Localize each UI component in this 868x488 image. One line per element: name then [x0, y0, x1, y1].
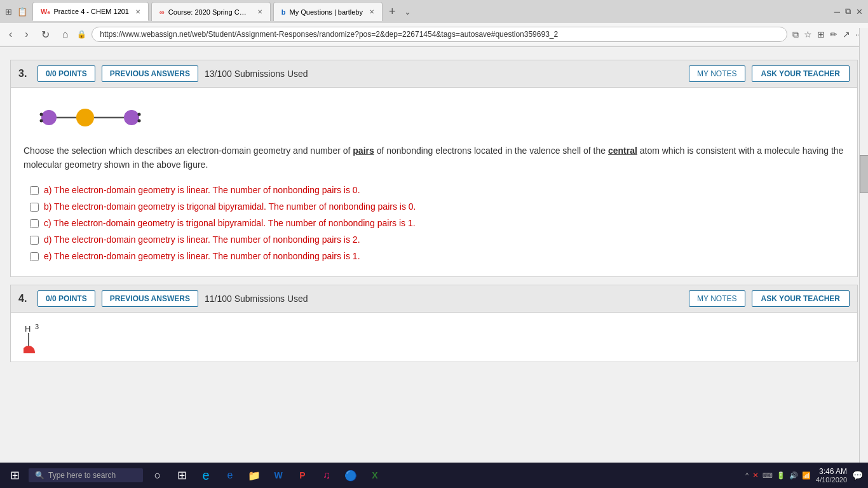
tab2-close[interactable]: ✕: [257, 8, 262, 15]
question-4-block: 4. 0/0 POINTS PREVIOUS ANSWERS 11/100 Su…: [10, 285, 858, 362]
taskbar-word[interactable]: W: [268, 464, 289, 484]
new-tab-button[interactable]: +: [385, 5, 400, 18]
taskbar-right: ^ ✕ ⌨ 🔋 🔊 📶 3:46 AM 4/10/2020 💬: [745, 467, 863, 484]
question-3-body: Choose the selection which describes an …: [11, 88, 857, 276]
tab1-label: Practice 4 - CHEM 1201: [53, 8, 129, 15]
systray: ^ ✕ ⌨ 🔋 🔊 📶: [745, 471, 811, 480]
taskbar-ie[interactable]: e: [219, 464, 241, 484]
tab-switcher-icon[interactable]: ⧉: [792, 29, 799, 40]
taskbar-excel[interactable]: X: [364, 464, 386, 484]
tab-practice4[interactable]: W₄ Practice 4 - CHEM 1201 ✕: [32, 2, 149, 21]
ask-teacher-button-4[interactable]: ASK YOUR TEACHER: [752, 290, 850, 307]
time-display[interactable]: 3:46 AM 4/10/2020: [816, 467, 847, 484]
my-notes-button-4[interactable]: MY NOTES: [689, 290, 745, 307]
previous-answers-button-4[interactable]: PREVIOUS ANSWERS: [102, 290, 198, 307]
choice-e: e) The electron-domain geometry is linea…: [30, 251, 844, 261]
taskbar: ⊞ 🔍 Type here to search ○ ⊞ e e 📁 W P ♫ …: [0, 463, 868, 484]
battery-icon: 🔋: [776, 471, 785, 480]
taskbar-apps: ○ ⊞ e e 📁 W P ♫ 🔵 X: [147, 464, 386, 484]
checkbox-d[interactable]: [30, 236, 39, 245]
tab2-label: Course: 2020 Spring CHEM: [168, 8, 251, 16]
lone-pair-2: [40, 119, 43, 123]
question-3-block: 3. 0/0 POINTS PREVIOUS ANSWERS 13/100 Su…: [10, 60, 858, 277]
tab3-close[interactable]: ✕: [369, 8, 374, 15]
back-button[interactable]: ‹: [5, 27, 16, 41]
systray-expand[interactable]: ^: [745, 471, 749, 479]
choice-d: d) The electron-domain geometry is linea…: [30, 234, 844, 245]
tab3-icon: b: [281, 8, 286, 16]
tab-bar: ⊞ 📋 W₄ Practice 4 - CHEM 1201 ✕ ∞ Course…: [0, 0, 868, 23]
reload-button[interactable]: ↻: [37, 27, 53, 42]
restore-button[interactable]: ⧉: [845, 6, 851, 17]
minimize-button[interactable]: ─: [834, 7, 840, 17]
antivirus-icon: ✕: [752, 471, 759, 480]
taskbar-search-icon: 🔍: [35, 471, 44, 480]
taskbar-edge[interactable]: e: [195, 464, 217, 484]
taskbar-view[interactable]: ⊞: [171, 464, 193, 484]
atom-left: [41, 110, 57, 125]
start-button[interactable]: ⊞: [5, 466, 25, 484]
my-notes-button-3[interactable]: MY NOTES: [689, 65, 745, 82]
checkbox-a[interactable]: [30, 186, 39, 195]
choice-b: b) The electron-domain geometry is trigo…: [30, 201, 844, 212]
bookmark-star-icon[interactable]: ☆: [804, 29, 812, 40]
q4-structure: H 3: [24, 322, 844, 355]
points-button-3[interactable]: 0/0 POINTS: [37, 65, 95, 82]
molecule-diagram: [30, 102, 844, 133]
taskbar-left: ⊞ 🔍 Type here to search ○ ⊞ e e 📁 W P ♫ …: [5, 464, 386, 484]
atom-center: [76, 109, 94, 126]
home-button[interactable]: ⌂: [58, 27, 72, 41]
taskbar-chrome[interactable]: 🔵: [340, 464, 362, 484]
scrollbar-thumb[interactable]: [860, 155, 868, 193]
clock-time: 3:46 AM: [816, 467, 847, 476]
tab1-icon: W₄: [41, 8, 50, 16]
question-3-header: 3. 0/0 POINTS PREVIOUS ANSWERS 13/100 Su…: [11, 60, 857, 88]
forward-button[interactable]: ›: [21, 27, 32, 41]
taskbar-search-text[interactable]: Type here to search: [48, 471, 116, 480]
nav-bar: ‹ › ↻ ⌂ 🔒 ⧉ ☆ ⊞ ✏ ↗ ···: [0, 23, 868, 46]
previous-answers-button-3[interactable]: PREVIOUS ANSWERS: [102, 65, 198, 82]
checkbox-b[interactable]: [30, 203, 39, 212]
bookmark-list-icon[interactable]: ⊞: [817, 29, 825, 40]
share-icon[interactable]: ↗: [843, 29, 850, 40]
taskbar-files[interactable]: 📁: [243, 464, 265, 484]
taskbar-search[interactable]: 🔍 Type here to search: [29, 468, 143, 482]
points-button-4[interactable]: 0/0 POINTS: [37, 290, 95, 307]
q3-text-pairs: pairs: [353, 146, 374, 156]
tab-bartleby[interactable]: b My Questions | bartleby ✕: [273, 2, 383, 21]
browser-actions: ⧉ ☆ ⊞ ✏ ↗ ···: [792, 29, 863, 40]
tab1-close[interactable]: ✕: [135, 8, 140, 15]
taskbar-cortana[interactable]: ○: [147, 464, 168, 484]
annotate-icon[interactable]: ✏: [830, 29, 837, 40]
choice-b-label[interactable]: b) The electron-domain geometry is trigo…: [44, 201, 416, 212]
q4-subscript: 3: [35, 323, 39, 330]
submissions-text-3: 13/100 Submissions Used: [205, 69, 682, 79]
tab-list-icon[interactable]: ⌄: [404, 7, 411, 17]
close-button[interactable]: ✕: [856, 7, 863, 17]
checkbox-c[interactable]: [30, 219, 39, 228]
choice-e-label[interactable]: e) The electron-domain geometry is linea…: [44, 251, 360, 261]
lone-pair-1: [40, 113, 43, 116]
lone-pair-4: [138, 119, 141, 123]
q3-text-1: Choose the selection which describes an …: [24, 146, 353, 156]
checkbox-e[interactable]: [30, 252, 39, 261]
scrollbar-track[interactable]: [859, 47, 868, 465]
address-bar[interactable]: [92, 27, 787, 42]
wifi-icon[interactable]: 📶: [802, 471, 811, 480]
ask-teacher-button-3[interactable]: ASK YOUR TEACHER: [752, 65, 850, 82]
choice-d-label[interactable]: d) The electron-domain geometry is linea…: [44, 234, 360, 245]
taskbar-itunes[interactable]: ♫: [316, 464, 337, 484]
question-3-text: Choose the selection which describes an …: [24, 144, 844, 172]
question-4-number: 4.: [18, 293, 31, 304]
taskbar-powerpoint[interactable]: P: [292, 464, 313, 484]
atom-right: [124, 110, 139, 125]
choice-a-label[interactable]: a) The electron-domain geometry is linea…: [44, 185, 360, 195]
tab-course[interactable]: ∞ Course: 2020 Spring CHEM ✕: [151, 2, 271, 21]
molecule-svg: [30, 102, 157, 133]
volume-icon[interactable]: 🔊: [789, 471, 798, 480]
choice-c-label[interactable]: c) The electron-domain geometry is trigo…: [44, 218, 416, 228]
lone-pair-3: [138, 113, 141, 116]
clock-date: 4/10/2020: [816, 476, 847, 484]
notification-icon[interactable]: 💬: [852, 470, 863, 480]
question-4-body: H 3: [11, 313, 857, 362]
